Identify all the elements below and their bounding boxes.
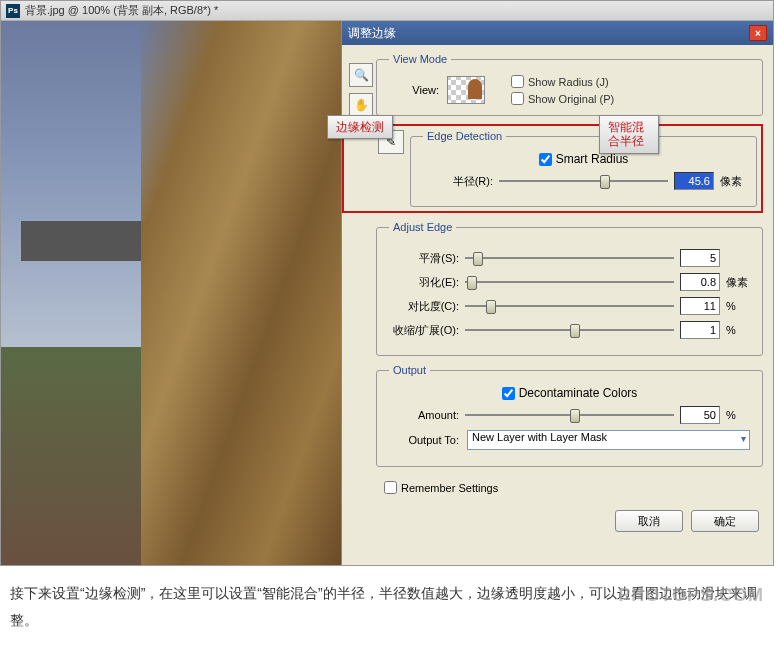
shift-label: 收缩/扩展(O): <box>389 323 459 338</box>
zoom-tool-button[interactable]: 🔍 <box>349 63 373 87</box>
image-preview <box>1 21 341 565</box>
amount-input[interactable] <box>680 406 720 424</box>
window-titlebar: Ps 背景.jpg @ 100% (背景 副本, RGB/8*) * <box>1 1 773 21</box>
decontaminate-checkbox[interactable]: Decontaminate Colors <box>389 386 750 400</box>
edge-detection-highlight: ✎ Edge Detection Smart Radius 半径(R): <box>342 124 763 213</box>
ok-button[interactable]: 确定 <box>691 510 759 532</box>
edge-detection-group: Edge Detection Smart Radius 半径(R): <box>410 130 757 207</box>
radius-unit: 像素 <box>720 174 744 189</box>
output-group: Output Decontaminate Colors Amount: % <box>376 364 763 467</box>
smooth-input[interactable] <box>680 249 720 267</box>
amount-unit: % <box>726 409 750 421</box>
dialog-titlebar: 调整边缘 × <box>342 21 773 45</box>
feather-unit: 像素 <box>726 275 750 290</box>
caption-text: 接下来设置“边缘检测”，在这里可以设置“智能混合”的半径，半径数值越大，边缘透明… <box>0 566 776 645</box>
adjust-edge-group: Adjust Edge 平滑(S): 羽化(E): 像素 <box>376 221 763 356</box>
feather-label: 羽化(E): <box>389 275 459 290</box>
contrast-input[interactable] <box>680 297 720 315</box>
output-to-label: Output To: <box>389 434 459 446</box>
remember-settings-checkbox[interactable]: Remember Settings <box>384 481 763 494</box>
feather-input[interactable] <box>680 273 720 291</box>
view-thumbnail[interactable] <box>447 76 485 104</box>
annotation-edge-detection: 边缘检测 <box>327 115 393 139</box>
contrast-unit: % <box>726 300 750 312</box>
shift-slider[interactable] <box>465 322 674 338</box>
smart-radius-checkbox[interactable]: Smart Radius <box>423 152 744 166</box>
output-legend: Output <box>389 364 430 376</box>
show-original-checkbox[interactable]: Show Original (P) <box>511 92 614 105</box>
show-radius-checkbox[interactable]: Show Radius (J) <box>511 75 614 88</box>
radius-input[interactable] <box>674 172 714 190</box>
close-button[interactable]: × <box>749 25 767 41</box>
window-title: 背景.jpg @ 100% (背景 副本, RGB/8*) * <box>25 3 218 18</box>
shift-input[interactable] <box>680 321 720 339</box>
output-to-select[interactable]: New Layer with Layer Mask <box>467 430 750 450</box>
contrast-slider[interactable] <box>465 298 674 314</box>
view-label: View: <box>389 84 439 96</box>
radius-slider[interactable] <box>499 173 668 189</box>
cancel-button[interactable]: 取消 <box>615 510 683 532</box>
contrast-label: 对比度(C): <box>389 299 459 314</box>
hand-tool-button[interactable]: ✋ <box>349 93 373 117</box>
annotation-smart-radius: 智能混合半径 <box>599 115 659 154</box>
smooth-label: 平滑(S): <box>389 251 459 266</box>
view-mode-legend: View Mode <box>389 53 451 65</box>
radius-label: 半径(R): <box>423 174 493 189</box>
adjust-edge-legend: Adjust Edge <box>389 221 456 233</box>
amount-slider[interactable] <box>465 407 674 423</box>
watermark: PHOTOPS.COM <box>618 578 764 612</box>
refine-edge-dialog: 调整边缘 × 🔍 ✋ View Mode View: <box>341 21 773 565</box>
photoshop-icon: Ps <box>6 4 20 18</box>
amount-label: Amount: <box>389 409 459 421</box>
edge-detection-legend: Edge Detection <box>423 130 506 142</box>
dialog-title: 调整边缘 <box>348 25 396 42</box>
smooth-slider[interactable] <box>465 250 674 266</box>
feather-slider[interactable] <box>465 274 674 290</box>
shift-unit: % <box>726 324 750 336</box>
view-mode-group: View Mode View: Show Radius (J) Show Ori… <box>376 53 763 116</box>
